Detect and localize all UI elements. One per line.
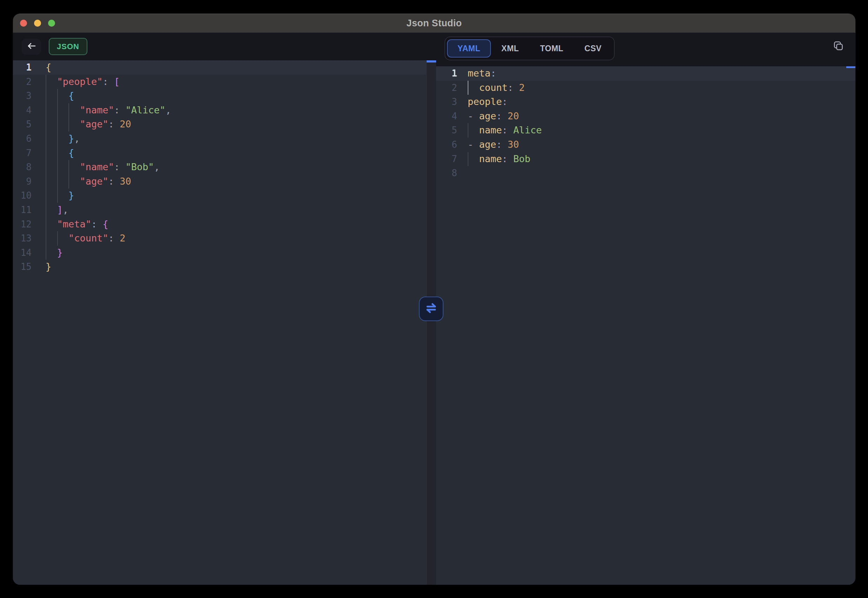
code-text: "name": "Alice", — [46, 103, 171, 118]
code-line-2[interactable]: 2"people": [ — [13, 75, 426, 89]
code-text: } — [46, 188, 74, 203]
line-number: 1 — [436, 66, 457, 81]
line-number: 9 — [13, 175, 31, 189]
code-text: name: Bob — [468, 152, 530, 166]
code-text: } — [46, 260, 51, 274]
zoom-button[interactable] — [48, 19, 55, 27]
app-window: Json Studio JSON YAMLXMLTOMLCSV — [13, 14, 855, 585]
tab-toml[interactable]: TOML — [529, 39, 574, 58]
swap-horizontal-icon — [424, 301, 438, 317]
indent-guide — [468, 81, 479, 95]
indent-guide — [46, 203, 57, 217]
code-text: - age: 20 — [468, 109, 519, 124]
pane-divider[interactable] — [426, 60, 436, 585]
line-number: 1 — [13, 60, 31, 75]
line-number: 8 — [436, 166, 457, 180]
indent-guide — [46, 175, 80, 189]
line-number: 11 — [13, 203, 31, 217]
json-code-lines: 1{2"people": [3{4"name": "Alice",5"age":… — [13, 60, 426, 274]
code-text: - age: 30 — [468, 138, 519, 152]
code-line-4[interactable]: 4- age: 20 — [436, 109, 855, 124]
indent-guide — [46, 117, 80, 132]
screen: Json Studio JSON YAMLXMLTOMLCSV — [0, 0, 868, 598]
arrow-left-icon — [26, 40, 37, 53]
json-editor-pane[interactable]: 1{2"people": [3{4"name": "Alice",5"age":… — [13, 60, 426, 585]
toolbar: JSON YAMLXMLTOMLCSV — [13, 33, 855, 60]
code-line-6[interactable]: 6}, — [13, 132, 426, 146]
close-button[interactable] — [20, 19, 27, 27]
code-text: { — [46, 89, 74, 103]
window-title: Json Studio — [406, 18, 462, 29]
code-line-10[interactable]: 10} — [13, 188, 426, 203]
code-line-7[interactable]: 7name: Bob — [436, 152, 855, 166]
traffic-lights — [20, 14, 55, 33]
code-line-14[interactable]: 14} — [13, 246, 426, 260]
code-line-12[interactable]: 12"meta": { — [13, 217, 426, 232]
line-number: 3 — [436, 95, 457, 109]
indent-guide — [46, 103, 80, 118]
line-number: 2 — [436, 81, 457, 95]
output-format-tabs: YAMLXMLTOMLCSV — [445, 36, 615, 60]
code-line-5[interactable]: 5"age": 20 — [13, 117, 426, 132]
line-number: 14 — [13, 246, 31, 260]
indent-guide — [46, 188, 69, 203]
cursor-overview-mark-left — [427, 60, 436, 63]
code-line-3[interactable]: 3people: — [436, 95, 855, 109]
line-number: 10 — [13, 188, 31, 203]
indent-guide — [468, 152, 479, 166]
line-number: 5 — [13, 117, 31, 132]
code-line-5[interactable]: 5name: Alice — [436, 123, 855, 138]
indent-guide — [46, 217, 57, 232]
code-text: { — [46, 146, 74, 160]
line-number: 5 — [436, 123, 457, 138]
yaml-pane-header-band — [436, 60, 855, 66]
indent-guide — [46, 231, 69, 246]
code-line-1[interactable]: 1{ — [13, 60, 426, 75]
line-number: 7 — [13, 146, 31, 160]
code-text: }, — [46, 132, 80, 146]
indent-guide — [46, 146, 69, 160]
code-line-3[interactable]: 3{ — [13, 89, 426, 103]
copy-button[interactable] — [830, 38, 846, 54]
code-text: meta: — [468, 66, 496, 81]
code-text: } — [46, 246, 63, 260]
code-line-7[interactable]: 7{ — [13, 146, 426, 160]
code-line-1[interactable]: 1meta: — [436, 66, 855, 81]
indent-guide — [46, 246, 57, 260]
code-text: count: 2 — [468, 81, 525, 95]
editor-split-view: 1{2"people": [3{4"name": "Alice",5"age":… — [13, 60, 855, 585]
yaml-output-pane[interactable]: 1meta:2count: 23people:4- age: 205name: … — [436, 60, 855, 585]
code-text: name: Alice — [468, 123, 542, 138]
indent-guide — [46, 132, 69, 146]
back-button[interactable] — [22, 39, 41, 55]
code-text: "count": 2 — [46, 231, 125, 246]
indent-guide — [46, 160, 80, 175]
code-line-8[interactable]: 8 — [436, 166, 855, 180]
code-line-9[interactable]: 9"age": 30 — [13, 175, 426, 189]
code-line-11[interactable]: 11], — [13, 203, 426, 217]
source-format-badge[interactable]: JSON — [49, 38, 87, 55]
indent-guide — [46, 75, 57, 89]
line-number: 7 — [436, 152, 457, 166]
titlebar[interactable]: Json Studio — [13, 14, 855, 33]
code-text: ], — [46, 203, 69, 217]
line-number: 6 — [13, 132, 31, 146]
code-line-6[interactable]: 6- age: 30 — [436, 138, 855, 152]
line-number: 4 — [436, 109, 457, 124]
swap-convert-button[interactable] — [419, 296, 444, 321]
code-text: "meta": { — [46, 217, 108, 232]
tab-yaml[interactable]: YAML — [447, 39, 491, 58]
line-number: 2 — [13, 75, 31, 89]
code-line-4[interactable]: 4"name": "Alice", — [13, 103, 426, 118]
code-line-2[interactable]: 2count: 2 — [436, 81, 855, 95]
code-line-8[interactable]: 8"name": "Bob", — [13, 160, 426, 175]
minimize-button[interactable] — [34, 19, 41, 27]
line-number: 3 — [13, 89, 31, 103]
code-text: "age": 30 — [46, 175, 131, 189]
tab-xml[interactable]: XML — [491, 39, 529, 58]
code-text: { — [46, 60, 51, 75]
code-line-15[interactable]: 15} — [13, 260, 426, 274]
tab-csv[interactable]: CSV — [574, 39, 612, 58]
line-number: 13 — [13, 231, 31, 246]
code-line-13[interactable]: 13"count": 2 — [13, 231, 426, 246]
